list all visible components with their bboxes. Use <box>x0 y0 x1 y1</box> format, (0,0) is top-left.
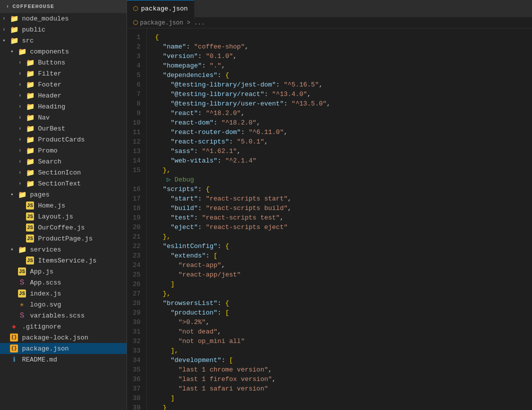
line-number-30: 30 <box>127 318 146 327</box>
line-number-34: 34 <box>127 356 146 365</box>
tree-label-Home.js: JS Home.js <box>16 202 126 210</box>
line-number-2: 2 <box>127 42 146 52</box>
tree-label-node_modules: 📁 node_modules <box>0 14 126 22</box>
tree-item-logo.svg[interactable]: ✳ logo.svg <box>0 299 126 310</box>
code-area[interactable]: 1234567891011121314151617181920212223242… <box>127 28 532 410</box>
tree-item-App.scss[interactable]: S App.scss <box>0 277 126 288</box>
js-file-icon: JS <box>26 212 34 220</box>
sidebar: › COFFEEHOUSE 📁 node_modules 📁 public 📁 … <box>0 0 127 410</box>
tree-item-label-App.js: App.js <box>30 268 54 276</box>
line-number-6: 6 <box>127 80 146 90</box>
tree-item-Footer[interactable]: 📁 Footer <box>0 79 126 90</box>
line-number-5: 5 <box>127 70 146 80</box>
tree-item-label-package-lock.json: package-lock.json <box>22 334 88 342</box>
tree-label-Header: 📁 Header <box>16 92 126 100</box>
code-line-1: { <box>155 32 532 42</box>
tree-item-ProductCards[interactable]: 📁 ProductCards <box>0 134 126 145</box>
line-number-15: 15 <box>127 166 146 175</box>
code-line-19: "test": "react-scripts test", <box>155 213 532 222</box>
tree-item-label-Nav: Nav <box>38 114 50 122</box>
tree-item-variables.scss[interactable]: S variables.scss <box>0 310 126 321</box>
line-number-38: 38 <box>127 394 146 403</box>
tree-item-label-Promo: Promo <box>38 147 58 154</box>
tree-item-.gitignore[interactable]: ◆ .gitignore <box>0 321 126 332</box>
tree-item-SectionIcon[interactable]: 📁 SectionIcon <box>0 167 126 178</box>
chevron-Filter <box>16 70 24 78</box>
tree-item-Nav[interactable]: 📁 Nav <box>0 112 126 123</box>
tree-item-ProductPage.js[interactable]: JS ProductPage.js <box>0 233 126 244</box>
tree-item-Buttons[interactable]: 📁 Buttons <box>0 57 126 68</box>
breadcrumb-icon: ⬡ <box>133 19 138 26</box>
tree-item-README.md[interactable]: ℹ README.md <box>0 354 126 365</box>
tree-item-package-lock.json[interactable]: {} package-lock.json <box>0 332 126 343</box>
js-file-icon: JS <box>18 268 26 276</box>
tree-item-Layout.js[interactable]: JS Layout.js <box>0 211 126 222</box>
code-content[interactable]: { "name": "coffee-shop", "version": "0.1… <box>147 28 532 410</box>
code-line-11: "react-router-dom": "^6.11.0", <box>155 128 532 137</box>
file-tree: 📁 node_modules 📁 public 📁 src 📁 componen… <box>0 13 126 365</box>
tree-label-public: 📁 public <box>0 26 126 34</box>
tree-item-public[interactable]: 📁 public <box>0 24 126 35</box>
folder-icon: 📁 <box>26 158 34 166</box>
code-line-22: "eslintConfig": { <box>155 242 532 251</box>
tree-item-ItemsService.js[interactable]: JS ItemsService.js <box>0 255 126 266</box>
tree-item-label-pages: pages <box>30 191 50 198</box>
chevron-SectionIcon <box>16 168 24 176</box>
json-file-icon: {} <box>10 334 18 342</box>
code-line-24: "react-app", <box>155 260 532 270</box>
tree-item-SectionText[interactable]: 📁 SectionText <box>0 178 126 189</box>
tree-item-App.js[interactable]: JS App.js <box>0 266 126 277</box>
chevron-Header <box>16 92 24 100</box>
tree-item-services[interactable]: 📁 services <box>0 244 126 255</box>
tree-item-label-components: components <box>30 48 69 56</box>
tree-item-Home.js[interactable]: JS Home.js <box>0 200 126 211</box>
tree-item-OurCoffee.js[interactable]: JS OurCoffee.js <box>0 222 126 233</box>
tree-item-OurBest[interactable]: 📁 OurBest <box>0 123 126 134</box>
scss-file-icon: S <box>18 278 26 286</box>
line-number-8: 8 <box>127 99 146 108</box>
code-line-21: }, <box>155 232 532 242</box>
tree-label-src: 📁 src <box>0 36 126 44</box>
chevron-Heading <box>16 102 24 110</box>
tree-item-label-SectionIcon: SectionIcon <box>38 169 81 176</box>
tree-label-App.js: JS App.js <box>8 268 126 276</box>
tree-item-Filter[interactable]: 📁 Filter <box>0 68 126 79</box>
chevron-pages <box>8 190 16 198</box>
line-number-28: 28 <box>127 298 146 308</box>
folder-icon: 📁 <box>26 114 34 122</box>
line-number-16: 16 <box>127 184 146 194</box>
tree-item-src[interactable]: 📁 src <box>0 35 126 46</box>
line-number-37: 37 <box>127 384 146 394</box>
tree-label-Heading: 📁 Heading <box>16 102 126 110</box>
code-line-3: "version": "0.1.0", <box>155 52 532 61</box>
tab-package-json[interactable]: ⬡ package.json <box>127 0 194 18</box>
line-number-debug <box>127 175 146 184</box>
code-line-10: "react-dom": "^18.2.0", <box>155 118 532 128</box>
line-number-24: 24 <box>127 260 146 270</box>
tree-item-Heading[interactable]: 📁 Heading <box>0 101 126 112</box>
line-number-29: 29 <box>127 308 146 318</box>
line-number-39: 39 <box>127 403 146 410</box>
folder-icon: 📁 <box>26 70 34 78</box>
tree-item-Header[interactable]: 📁 Header <box>0 90 126 101</box>
tree-item-node_modules[interactable]: 📁 node_modules <box>0 13 126 24</box>
tree-item-Search[interactable]: 📁 Search <box>0 156 126 167</box>
tree-item-label-variables.scss: variables.scss <box>30 312 84 320</box>
tree-item-pages[interactable]: 📁 pages <box>0 189 126 200</box>
tree-item-index.js[interactable]: JS index.js <box>0 288 126 299</box>
chevron-components <box>8 48 16 56</box>
tree-item-Promo[interactable]: 📁 Promo <box>0 145 126 156</box>
line-number-3: 3 <box>127 52 146 61</box>
tree-item-package.json[interactable]: {} package.json <box>0 343 126 354</box>
tree-item-components[interactable]: 📁 components <box>0 46 126 57</box>
line-number-25: 25 <box>127 270 146 280</box>
tree-item-label-Search: Search <box>38 158 62 166</box>
code-line-14: "web-vitals": "^2.1.4" <box>155 156 532 166</box>
tree-item-label-Layout.js: Layout.js <box>38 213 73 220</box>
tree-label-Search: 📁 Search <box>16 158 126 166</box>
folder-icon: 📁 <box>18 190 26 198</box>
tree-label-Layout.js: JS Layout.js <box>16 212 126 220</box>
tree-item-label-src: src <box>22 37 34 44</box>
line-number-18: 18 <box>127 204 146 213</box>
js-file-icon: JS <box>26 256 34 264</box>
